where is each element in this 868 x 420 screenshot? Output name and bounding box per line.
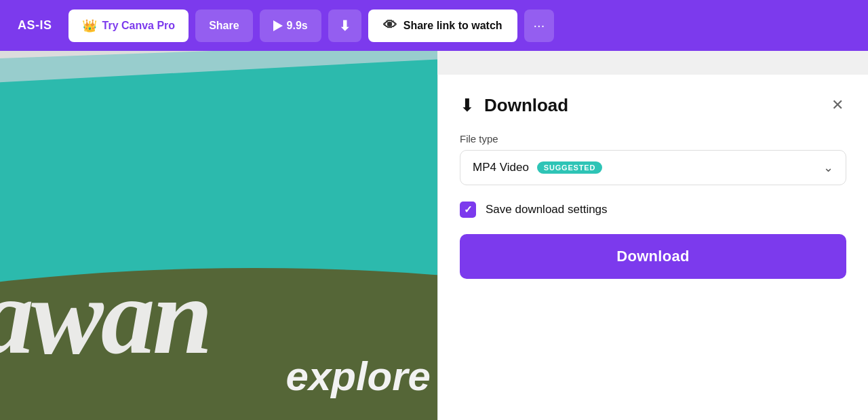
suggested-badge: SUGGESTED (537, 161, 602, 174)
try-canva-pro-button[interactable]: 👑 Try Canva Pro (68, 9, 189, 42)
save-settings-label: Save download settings (486, 203, 608, 216)
download-button[interactable]: Download (460, 234, 846, 279)
download-panel-icon: ⬇ (460, 95, 475, 116)
duration-label: 9.9s (287, 20, 308, 32)
share-link-watch-button[interactable]: 👁 Share link to watch (368, 9, 517, 42)
topbar: AS-IS 👑 Try Canva Pro Share 9.9s ⬇ 👁 Sha… (0, 0, 868, 51)
close-button[interactable]: ✕ (829, 94, 846, 117)
download-icon-button[interactable]: ⬇ (328, 9, 361, 42)
share-button[interactable]: Share (195, 9, 252, 42)
checkmark-icon: ✓ (464, 204, 473, 216)
chevron-down-icon: ⌄ (823, 160, 833, 175)
panel-title-row: ⬇ Download (460, 95, 568, 116)
file-type-dropdown[interactable]: MP4 Video SUGGESTED ⌄ (460, 150, 846, 185)
download-panel: ⬇ Download ✕ File type MP4 Video SUGGEST… (437, 75, 868, 420)
play-icon (273, 20, 283, 31)
filetype-value: MP4 Video (473, 161, 529, 174)
more-options-button[interactable]: ··· (524, 9, 555, 42)
file-type-section: File type MP4 Video SUGGESTED ⌄ (460, 133, 846, 185)
save-settings-row[interactable]: ✓ Save download settings (460, 202, 846, 218)
more-icon: ··· (534, 18, 545, 33)
app-logo: AS-IS (8, 18, 62, 33)
canva-pro-label: Try Canva Pro (102, 20, 176, 32)
share-watch-label: Share link to watch (403, 20, 502, 32)
crown-icon: 👑 (82, 18, 97, 33)
panel-overlay (0, 51, 437, 420)
filetype-left: MP4 Video SUGGESTED (473, 161, 602, 174)
save-settings-checkbox[interactable]: ✓ (460, 202, 476, 218)
panel-header: ⬇ Download ✕ (460, 94, 846, 117)
download-icon: ⬇ (339, 18, 351, 34)
close-icon: ✕ (831, 96, 844, 113)
eye-icon: 👁 (383, 18, 397, 33)
file-type-label: File type (460, 133, 846, 145)
panel-title: Download (484, 95, 568, 116)
play-button[interactable]: 9.9s (260, 9, 321, 42)
download-button-label: Download (616, 248, 690, 265)
share-label: Share (209, 20, 239, 32)
